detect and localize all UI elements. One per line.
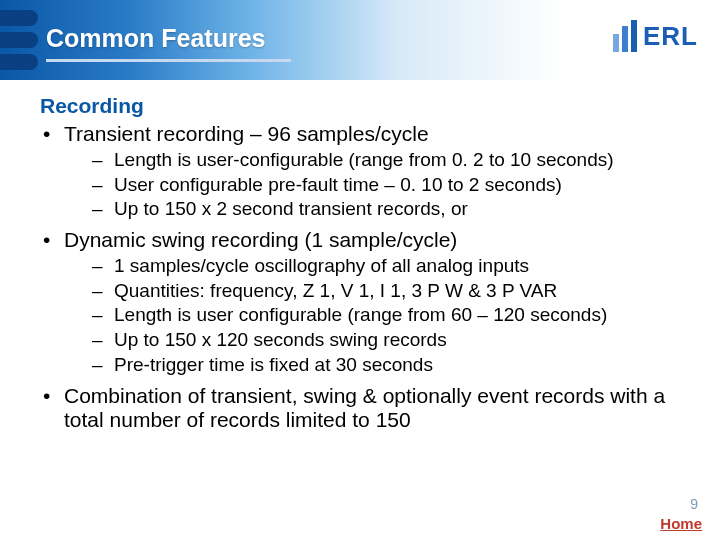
sub-bullet-item: Length is user configurable (range from … (92, 303, 684, 328)
bullet-item: Combination of transient, swing & option… (40, 384, 684, 432)
sub-bullet-list: Length is user-configurable (range from … (92, 148, 684, 222)
home-link[interactable]: Home (660, 515, 702, 532)
sub-bullet-list: 1 samples/cycle oscillography of all ana… (92, 254, 684, 377)
stripe (0, 32, 38, 48)
title-underline (46, 59, 291, 62)
bullet-list: Transient recording – 96 samples/cycle L… (40, 122, 684, 432)
sub-bullet-item: Up to 150 x 120 seconds swing records (92, 328, 684, 353)
stripe (0, 54, 38, 70)
sub-bullet-item: Quantities: frequency, Z 1, V 1, I 1, 3 … (92, 279, 684, 304)
logo-bars-icon (613, 20, 637, 52)
sub-bullet-item: Pre-trigger time is fixed at 30 seconds (92, 353, 684, 378)
logo-bar (622, 26, 628, 52)
stripe (0, 10, 38, 26)
title-container: Common Features (46, 24, 291, 62)
bullet-text: Combination of transient, swing & option… (64, 384, 665, 431)
erl-logo: ERL (613, 20, 698, 52)
slide-content: Recording Transient recording – 96 sampl… (0, 80, 720, 432)
bullet-item: Dynamic swing recording (1 sample/cycle)… (40, 228, 684, 377)
slide-header: Common Features ERL (0, 0, 720, 80)
sub-bullet-item: Length is user-configurable (range from … (92, 148, 684, 173)
logo-bar (613, 34, 619, 52)
slide-title: Common Features (46, 24, 291, 53)
bullet-text: Dynamic swing recording (1 sample/cycle) (64, 228, 457, 251)
decorative-stripes (0, 0, 38, 80)
logo-bar (631, 20, 637, 52)
sub-bullet-item: User configurable pre-fault time – 0. 10… (92, 173, 684, 198)
sub-bullet-item: 1 samples/cycle oscillography of all ana… (92, 254, 684, 279)
sub-bullet-item: Up to 150 x 2 second transient records, … (92, 197, 684, 222)
section-heading: Recording (40, 94, 684, 118)
page-number: 9 (690, 496, 698, 512)
bullet-text: Transient recording – 96 samples/cycle (64, 122, 429, 145)
logo-text: ERL (643, 21, 698, 52)
bullet-item: Transient recording – 96 samples/cycle L… (40, 122, 684, 222)
